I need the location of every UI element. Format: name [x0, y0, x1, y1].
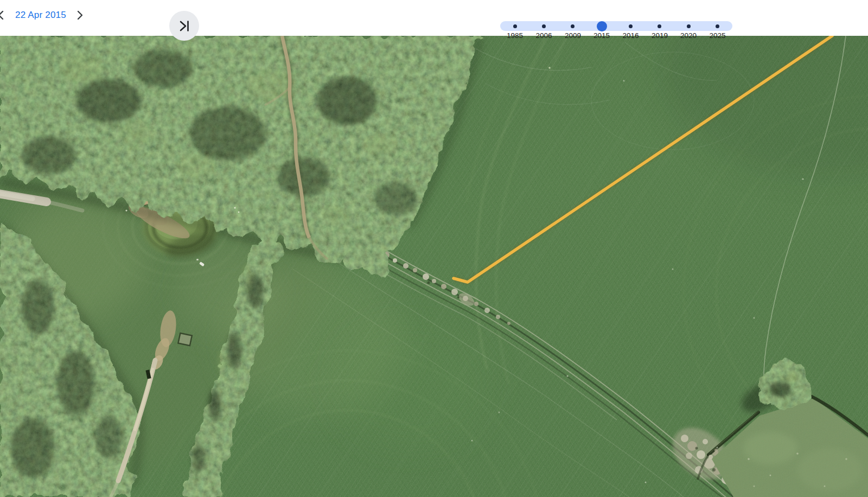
aerial-scene	[0, 36, 868, 497]
timeline-year-label[interactable]: 2006	[529, 31, 559, 40]
timeline-dot-2006[interactable]	[542, 24, 546, 28]
timeline-year-label[interactable]: 2016	[616, 31, 646, 40]
timeline-dot-2019[interactable]	[658, 24, 661, 28]
timeline-dot-2016[interactable]	[629, 24, 633, 28]
timeline-year-label[interactable]: 2025	[703, 31, 733, 40]
timeline-track[interactable]	[500, 21, 732, 31]
timeline-year-label[interactable]: 2020	[673, 31, 704, 40]
app-window: 22 Apr 2015 1985 2006	[0, 0, 868, 497]
image-grain	[0, 36, 868, 497]
skip-to-end-icon	[178, 20, 191, 32]
timeline-dot-2020[interactable]	[687, 24, 691, 28]
chevron-left-icon	[0, 10, 4, 20]
timeline-dot-2025[interactable]	[716, 24, 719, 28]
aerial-imagery-viewport[interactable]	[0, 36, 868, 497]
previous-date-button[interactable]	[0, 10, 4, 20]
timeline-year-label[interactable]: 1985	[500, 31, 530, 40]
timeline-dot-2015-selected[interactable]	[597, 21, 607, 31]
timeline-year-label[interactable]: 2009	[558, 31, 588, 40]
skip-to-latest-button[interactable]	[169, 11, 199, 41]
timeline-year-label[interactable]: 2019	[644, 31, 675, 40]
timeline-dot-1985[interactable]	[513, 24, 517, 28]
next-date-button[interactable]: 1985 2006 2009 2015 2016 2019 2020 2025	[76, 10, 84, 20]
timeline-year-label[interactable]: 2015	[586, 31, 617, 40]
imagery-toolbar: 22 Apr 2015 1985 2006	[0, 0, 868, 36]
timeline-dot-2009[interactable]	[571, 24, 575, 28]
current-date-button[interactable]: 22 Apr 2015	[15, 9, 66, 21]
chevron-right-icon	[76, 10, 84, 20]
